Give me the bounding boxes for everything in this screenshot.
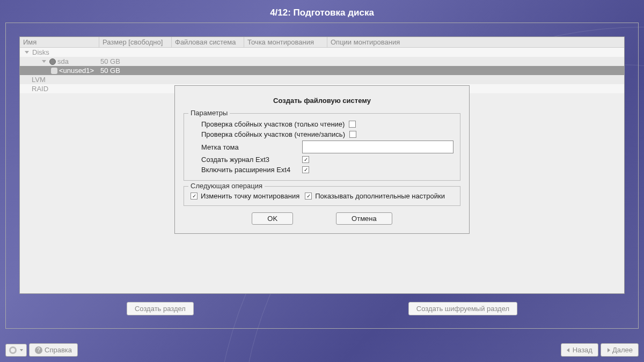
params-fieldset: Параметры Проверка сбойных участков (тол… bbox=[184, 113, 460, 181]
show-advanced-label: Показывать дополнительные настройки bbox=[315, 192, 445, 200]
change-mount-checkbox[interactable] bbox=[191, 193, 197, 200]
check-rw-checkbox[interactable] bbox=[349, 131, 356, 138]
chevron-right-icon bbox=[608, 348, 610, 352]
expander-icon[interactable] bbox=[25, 51, 29, 54]
help-label: Справка bbox=[45, 346, 72, 354]
back-label: Назад bbox=[573, 346, 592, 354]
ext3-journal-label: Создать журнал Ext3 bbox=[201, 156, 298, 164]
check-rw-label: Проверка сбойных участков (чтение/запись… bbox=[201, 130, 345, 138]
back-button[interactable]: Назад bbox=[561, 343, 598, 357]
tree-row-sda[interactable]: sda 50 GB bbox=[20, 57, 624, 66]
help-button[interactable]: ?Справка bbox=[29, 343, 78, 357]
params-legend: Параметры bbox=[188, 109, 230, 117]
create-encrypted-partition-button[interactable]: Создать шифруемый раздел bbox=[408, 302, 517, 315]
next-op-legend: Следующая операция bbox=[188, 182, 265, 190]
next-button[interactable]: Далее bbox=[601, 343, 639, 357]
partition-icon bbox=[51, 68, 57, 74]
change-mount-label: Изменить точку монтирования bbox=[201, 192, 299, 200]
ext3-journal-checkbox[interactable] bbox=[302, 156, 309, 163]
chevron-left-icon bbox=[567, 348, 569, 352]
tree-label: Disks bbox=[32, 48, 49, 56]
col-size[interactable]: Размер [свободно] bbox=[99, 37, 172, 47]
create-partition-button[interactable]: Создать раздел bbox=[127, 302, 194, 315]
gear-icon bbox=[9, 346, 17, 354]
col-name[interactable]: Имя bbox=[20, 37, 99, 47]
tree-size: 50 GB bbox=[99, 67, 172, 75]
check-ro-checkbox[interactable] bbox=[349, 121, 356, 128]
ext4-ext-label: Включить расширения Ext4 bbox=[201, 166, 298, 174]
check-ro-label: Проверка сбойных участков (только чтение… bbox=[201, 120, 345, 128]
create-filesystem-dialog: Создать файловую систему Параметры Прове… bbox=[174, 85, 470, 234]
show-advanced-checkbox[interactable] bbox=[305, 193, 312, 200]
tree-row-disks[interactable]: Disks bbox=[20, 48, 624, 57]
tree-label: RAID bbox=[32, 85, 48, 93]
col-filesystem[interactable]: Файловая система bbox=[172, 37, 244, 47]
cancel-button[interactable]: Отмена bbox=[336, 212, 392, 225]
chevron-down-icon bbox=[20, 349, 23, 351]
expander-icon[interactable] bbox=[42, 60, 46, 63]
settings-button[interactable] bbox=[5, 344, 27, 357]
footer-bar: ?Справка Назад Далее bbox=[5, 343, 639, 357]
ext4-ext-checkbox[interactable] bbox=[302, 166, 309, 173]
ok-button[interactable]: OK bbox=[252, 212, 293, 225]
installer-panel: Имя Размер [свободно] Файловая система Т… bbox=[5, 23, 639, 329]
disk-tree-panel: Имя Размер [свободно] Файловая система Т… bbox=[19, 36, 625, 294]
tree-row-unused[interactable]: <unused1> 50 GB bbox=[20, 66, 624, 75]
page-title: 4/12: Подготовка диска bbox=[0, 0, 644, 26]
help-icon: ? bbox=[35, 346, 42, 354]
disk-icon bbox=[49, 58, 56, 65]
tree-label: sda bbox=[57, 57, 69, 65]
tree-label: LVM bbox=[32, 76, 46, 84]
volume-label-input[interactable] bbox=[302, 141, 453, 153]
volume-label-label: Метка тома bbox=[201, 143, 298, 151]
col-mount-options[interactable]: Опции монтирования bbox=[327, 37, 624, 47]
tree-label: <unused1> bbox=[59, 67, 94, 75]
tree-header: Имя Размер [свободно] Файловая система Т… bbox=[20, 37, 624, 48]
next-op-fieldset: Следующая операция Изменить точку монтир… bbox=[184, 186, 460, 206]
tree-row-lvm[interactable]: LVM bbox=[20, 75, 624, 84]
partition-actions: Создать раздел Создать шифруемый раздел bbox=[19, 302, 625, 315]
next-label: Далее bbox=[612, 346, 633, 354]
tree-size: 50 GB bbox=[99, 57, 172, 65]
col-mountpoint[interactable]: Точка монтирования bbox=[244, 37, 327, 47]
